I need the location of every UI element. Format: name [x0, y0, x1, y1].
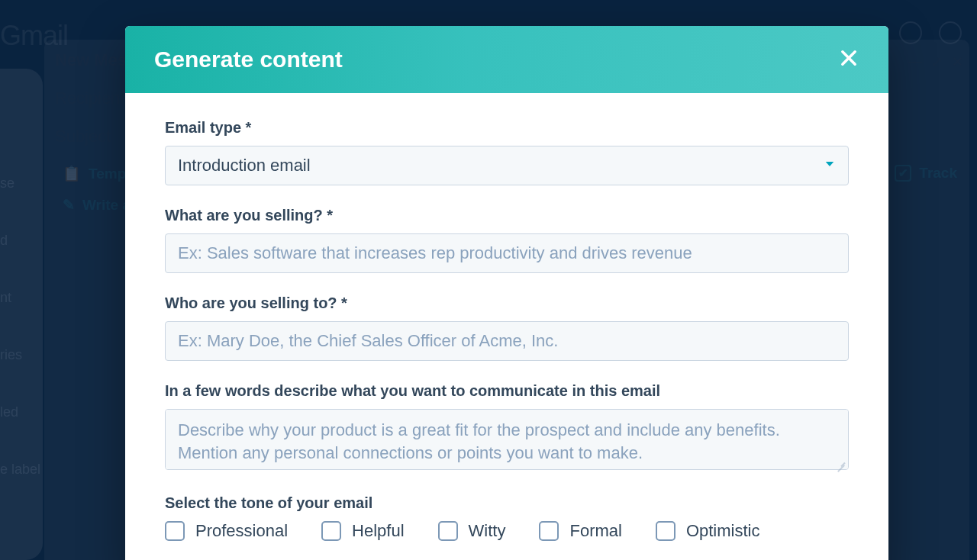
tone-option-label: Optimistic: [686, 521, 760, 541]
selling-to-label: Who are you selling to? *: [165, 294, 849, 312]
checkbox-icon[interactable]: [165, 521, 185, 541]
modal-title: Generate content: [154, 47, 343, 72]
email-type-select[interactable]: [165, 146, 849, 185]
checkbox-icon[interactable]: [539, 521, 559, 541]
modal-close-button[interactable]: [838, 47, 859, 72]
close-icon: [838, 47, 859, 69]
resize-grip-icon[interactable]: [835, 461, 846, 471]
describe-field: In a few words describe what you want to…: [165, 382, 849, 473]
selling-what-label: What are you selling? *: [165, 207, 849, 224]
email-type-label: Email type *: [165, 119, 849, 137]
tone-option-label: Professional: [195, 521, 288, 541]
describe-label: In a few words describe what you want to…: [165, 382, 849, 400]
selling-what-field: What are you selling? *: [165, 207, 849, 273]
tone-option-label: Witty: [469, 521, 506, 541]
describe-textarea[interactable]: [165, 409, 849, 470]
tone-option-optimistic[interactable]: Optimistic: [656, 521, 760, 541]
selling-to-input[interactable]: [165, 321, 849, 361]
checkbox-icon[interactable]: [321, 521, 341, 541]
selling-to-field: Who are you selling to? *: [165, 294, 849, 361]
tone-option-professional[interactable]: Professional: [165, 521, 288, 541]
tone-option-helpful[interactable]: Helpful: [321, 521, 404, 541]
tone-option-label: Formal: [569, 521, 621, 541]
tone-section: Select the tone of your email Profession…: [165, 494, 849, 541]
modal-body: Email type * What are you selling? * Who…: [125, 93, 888, 560]
email-type-field: Email type *: [165, 119, 849, 185]
email-type-value[interactable]: [165, 146, 849, 185]
chevron-down-icon: [823, 157, 837, 174]
generate-content-modal: Generate content Email type * What are y…: [125, 26, 888, 560]
tone-option-formal[interactable]: Formal: [539, 521, 621, 541]
checkbox-icon[interactable]: [438, 521, 458, 541]
tone-label: Select the tone of your email: [165, 494, 849, 512]
checkbox-icon[interactable]: [656, 521, 676, 541]
selling-what-input[interactable]: [165, 233, 849, 273]
tone-options: Professional Helpful Witty Formal Optimi…: [165, 521, 849, 541]
tone-option-label: Helpful: [352, 521, 404, 541]
tone-option-witty[interactable]: Witty: [438, 521, 506, 541]
modal-header: Generate content: [125, 26, 888, 93]
